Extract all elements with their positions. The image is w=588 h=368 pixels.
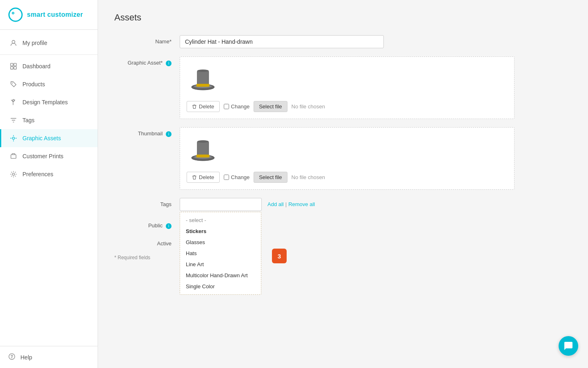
dashboard-icon bbox=[9, 62, 18, 70]
active-label: Active bbox=[114, 237, 180, 247]
sidebar-item-preferences[interactable]: Preferences bbox=[0, 165, 98, 183]
svg-point-2 bbox=[13, 13, 13, 13]
graphic-asset-image-area bbox=[187, 63, 508, 96]
svg-rect-4 bbox=[11, 63, 13, 66]
tags-label: Tags bbox=[114, 198, 180, 207]
graphic-asset-image bbox=[187, 63, 219, 96]
sidebar-item-products-label: Products bbox=[22, 81, 45, 88]
public-label: Public i bbox=[114, 219, 180, 229]
svg-point-23 bbox=[197, 140, 209, 143]
sidebar-item-dashboard-label: Dashboard bbox=[22, 63, 51, 70]
tag-icon bbox=[9, 80, 18, 88]
sidebar-item-customer-prints-label: Customer Prints bbox=[22, 153, 63, 159]
sidebar-item-products[interactable]: Products bbox=[0, 75, 98, 93]
svg-point-18 bbox=[197, 70, 209, 72]
sidebar-item-help-label: Help bbox=[20, 354, 32, 361]
svg-point-10 bbox=[12, 137, 14, 139]
tags-dropdown-item-hats[interactable]: Hats bbox=[180, 248, 261, 259]
svg-point-0 bbox=[9, 8, 22, 21]
sidebar-item-design-templates[interactable]: Design Templates bbox=[0, 93, 98, 111]
graphic-asset-field: Delete Change Select file No file chosen bbox=[180, 56, 514, 119]
tags-input[interactable] bbox=[180, 198, 262, 211]
chat-icon bbox=[564, 341, 573, 351]
thumbnail-change-checkbox[interactable] bbox=[224, 175, 229, 180]
graphic-asset-change-checkbox-label[interactable]: Change bbox=[224, 103, 250, 110]
svg-point-8 bbox=[12, 83, 13, 83]
svg-point-12 bbox=[12, 173, 14, 175]
svg-rect-6 bbox=[11, 67, 13, 69]
sidebar-item-graphic-assets-label: Graphic Assets bbox=[22, 135, 61, 141]
thumbnail-select-file-button[interactable]: Select file bbox=[254, 172, 287, 183]
graphic-asset-no-file: No file chosen bbox=[292, 103, 325, 110]
graphic-asset-delete-button[interactable]: Delete bbox=[187, 101, 220, 112]
tags-dropdown: - select - Stickers Glasses Hats Line Ar… bbox=[180, 212, 261, 295]
graphic-asset-info-icon[interactable]: i bbox=[166, 61, 172, 66]
sidebar-nav: My profile Dashboard Products Design Tem… bbox=[0, 30, 98, 346]
sidebar-item-tags[interactable]: Tags bbox=[0, 111, 98, 129]
tags-dropdown-item-stickers[interactable]: Stickers bbox=[180, 226, 261, 237]
graphic-assets-icon bbox=[9, 134, 18, 142]
thumbnail-field: Delete Change Select file No file chosen bbox=[180, 127, 514, 190]
svg-rect-11 bbox=[11, 155, 16, 158]
svg-rect-5 bbox=[14, 63, 16, 66]
svg-point-9 bbox=[13, 99, 15, 101]
sidebar-item-help[interactable]: Help bbox=[0, 346, 98, 368]
sidebar-item-preferences-label: Preferences bbox=[22, 171, 53, 177]
form-row-graphic-asset: Graphic Asset* i bbox=[114, 56, 572, 119]
name-label: Name* bbox=[114, 35, 180, 45]
thumbnail-info-icon[interactable]: i bbox=[166, 131, 172, 137]
form-row-tags: Tags - select - Stickers Glasses Hats Li… bbox=[114, 198, 572, 211]
form-row-thumbnail: Thumbnail i Delete bbox=[114, 127, 572, 190]
tags-dropdown-item-multicolor[interactable]: Multicolor Hand-Drawn Art bbox=[180, 270, 261, 281]
thumbnail-image-area bbox=[187, 134, 508, 167]
svg-rect-22 bbox=[196, 155, 209, 157]
tags-links: Add all | Remove all bbox=[267, 198, 315, 207]
form-row-name: Name* bbox=[114, 35, 572, 48]
trash-icon-2 bbox=[192, 175, 197, 180]
tags-field: - select - Stickers Glasses Hats Line Ar… bbox=[180, 198, 514, 211]
sidebar-item-graphic-assets[interactable]: Graphic Assets bbox=[0, 129, 98, 147]
graphic-asset-controls: Delete Change Select file No file chosen bbox=[187, 101, 508, 112]
tags-separator: | bbox=[285, 201, 287, 207]
remove-all-link[interactable]: Remove all bbox=[288, 201, 315, 207]
sidebar-item-dashboard[interactable]: Dashboard bbox=[0, 57, 98, 75]
filter-icon bbox=[9, 116, 18, 124]
logo-area: smart customizer bbox=[0, 0, 98, 30]
sidebar: smart customizer My profile Dashboard Pr… bbox=[0, 0, 98, 368]
thumbnail-delete-button[interactable]: Delete bbox=[187, 172, 220, 183]
main-content: Assets Name* Graphic Asset* i bbox=[98, 0, 588, 368]
graphic-asset-box: Delete Change Select file No file chosen bbox=[180, 56, 514, 119]
svg-point-3 bbox=[12, 40, 15, 43]
svg-rect-7 bbox=[14, 67, 16, 69]
logo-icon bbox=[8, 7, 23, 22]
name-input[interactable] bbox=[180, 35, 384, 48]
chat-button[interactable] bbox=[559, 336, 578, 356]
graphic-asset-select-file-button[interactable]: Select file bbox=[254, 101, 287, 112]
thumbnail-change-checkbox-label[interactable]: Change bbox=[224, 174, 250, 180]
svg-rect-17 bbox=[196, 84, 209, 87]
trash-icon bbox=[192, 104, 197, 109]
sidebar-item-customer-prints[interactable]: Customer Prints bbox=[0, 147, 98, 165]
step-badge: 3 bbox=[272, 249, 287, 263]
tags-input-wrap: - select - Stickers Glasses Hats Line Ar… bbox=[180, 198, 262, 211]
graphic-asset-change-checkbox[interactable] bbox=[224, 104, 229, 109]
tags-dropdown-placeholder[interactable]: - select - bbox=[180, 215, 261, 226]
thumbnail-label: Thumbnail i bbox=[114, 127, 180, 137]
sidebar-item-myprofile[interactable]: My profile bbox=[0, 34, 98, 52]
graphic-asset-label: Graphic Asset* i bbox=[114, 56, 180, 66]
thumbnail-box: Delete Change Select file No file chosen bbox=[180, 127, 514, 190]
tags-dropdown-item-singlecolor[interactable]: Single Color bbox=[180, 281, 261, 292]
thumbnail-image bbox=[187, 134, 219, 167]
thumbnail-no-file: No file chosen bbox=[292, 174, 325, 180]
public-info-icon[interactable]: i bbox=[166, 223, 172, 229]
user-icon bbox=[9, 39, 18, 47]
tags-dropdown-item-lineart[interactable]: Line Art bbox=[180, 259, 261, 270]
logo-text: smart customizer bbox=[27, 11, 83, 18]
sidebar-item-design-templates-label: Design Templates bbox=[22, 99, 68, 105]
sidebar-item-myprofile-label: My profile bbox=[22, 40, 47, 46]
tags-dropdown-item-glasses[interactable]: Glasses bbox=[180, 237, 261, 248]
thumbnail-controls: Delete Change Select file No file chosen bbox=[187, 172, 508, 183]
design-templates-icon bbox=[9, 98, 18, 106]
help-icon bbox=[8, 353, 16, 361]
add-all-link[interactable]: Add all bbox=[267, 201, 284, 207]
